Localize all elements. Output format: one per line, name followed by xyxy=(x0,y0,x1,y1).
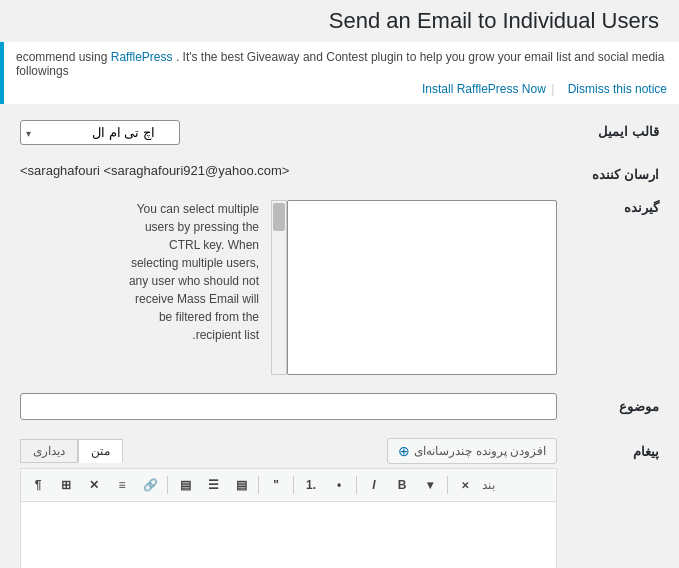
dismiss-notice-link[interactable]: Dismiss this notice xyxy=(568,82,667,96)
paragraph-button[interactable]: ¶ xyxy=(25,473,51,497)
remove-format-button[interactable]: ✕ xyxy=(81,473,107,497)
email-template-label: قالب ایمیل xyxy=(569,120,659,139)
scrollbar[interactable] xyxy=(271,200,287,375)
recipient-row: گیرنده You can select multiple users by … xyxy=(20,200,659,375)
listbox-container xyxy=(271,200,557,375)
notice-actions: Install RafflePress Now | Dismiss this n… xyxy=(16,82,667,96)
align-right-button[interactable]: ▤ xyxy=(172,473,198,497)
toolbar-separator-1 xyxy=(167,476,168,494)
email-template-select-wrapper[interactable]: اچ تی ام ال ▾ xyxy=(20,120,180,145)
page-wrapper: Send an Email to Individual Users ecomme… xyxy=(0,0,679,568)
subject-label: موضوع xyxy=(569,399,659,414)
editor-buttons-bar: ¶ ⊞ ✕ ≡ 🔗 ▤ ☰ ▤ " 1. • I B xyxy=(20,468,557,501)
subject-row: موضوع xyxy=(20,393,659,420)
sender-field: <saraghafouri <saraghafouri921@yahoo.com… xyxy=(20,163,557,178)
tab-visual[interactable]: دیداری xyxy=(20,439,78,463)
add-media-label: افزودن پرونده‌ چندرسانه‌ای xyxy=(414,444,546,458)
notice-text: ecommend using RafflePress . It's the be… xyxy=(16,50,667,78)
notice-prefix: ecommend using xyxy=(16,50,111,64)
list-button[interactable]: ≡ xyxy=(109,473,135,497)
recipient-hint: You can select multiple users by pressin… xyxy=(119,200,259,344)
bold-button[interactable]: B xyxy=(389,473,415,497)
close-label: بند xyxy=(482,478,495,492)
recipient-listbox-wrapper xyxy=(271,200,557,375)
toolbar-separator-4 xyxy=(356,476,357,494)
email-template-field: اچ تی ام ال ▾ xyxy=(20,120,557,145)
more-button[interactable]: ▾ xyxy=(417,473,443,497)
message-label: پیغام xyxy=(569,438,659,459)
unordered-list-button[interactable]: • xyxy=(326,473,352,497)
email-template-row: قالب ایمیل اچ تی ام ال ▾ xyxy=(20,120,659,145)
italic-button[interactable]: I xyxy=(361,473,387,497)
page-title: Send an Email to Individual Users xyxy=(0,0,679,42)
editor-toolbar-top: دیداری متن ⊕ افزودن پرونده‌ چندرسانه‌ای xyxy=(20,438,557,464)
editor-tabs: دیداری متن xyxy=(20,439,123,463)
link-button[interactable]: 🔗 xyxy=(137,473,163,497)
raffle-press-link[interactable]: RafflePress xyxy=(111,50,173,64)
editor-area xyxy=(20,501,557,568)
message-field: دیداری متن ⊕ افزودن پرونده‌ چندرسانه‌ای … xyxy=(20,438,557,568)
table-button[interactable]: ⊞ xyxy=(53,473,79,497)
wordpress-icon: ⊕ xyxy=(398,443,410,459)
close-button[interactable]: ✕ xyxy=(452,473,478,497)
subject-input[interactable] xyxy=(20,393,557,420)
toolbar-separator-2 xyxy=(258,476,259,494)
notice-bar: ecommend using RafflePress . It's the be… xyxy=(0,42,679,104)
sender-label: ارسان کننده xyxy=(569,163,659,182)
install-raffle-press-link[interactable]: Install RafflePress Now xyxy=(422,82,546,96)
ordered-list-button[interactable]: 1. xyxy=(298,473,324,497)
recipient-select[interactable] xyxy=(287,200,557,375)
recipient-label: گیرنده xyxy=(569,200,659,215)
add-media-button[interactable]: ⊕ افزودن پرونده‌ چندرسانه‌ای xyxy=(387,438,557,464)
recipient-field: You can select multiple users by pressin… xyxy=(20,200,557,375)
main-content: قالب ایمیل اچ تی ام ال ▾ ارسان کننده <sa… xyxy=(0,104,679,568)
align-left-button[interactable]: ▤ xyxy=(228,473,254,497)
sender-value: <saraghafouri <saraghafouri921@yahoo.com… xyxy=(20,159,289,178)
toolbar-separator-5 xyxy=(447,476,448,494)
subject-field xyxy=(20,393,557,420)
scrollbar-thumb xyxy=(273,203,285,231)
separator: | xyxy=(551,82,557,96)
toolbar-separator-3 xyxy=(293,476,294,494)
tab-text[interactable]: متن xyxy=(78,439,123,463)
align-center-button[interactable]: ☰ xyxy=(200,473,226,497)
message-textarea[interactable] xyxy=(21,502,556,568)
blockquote-button[interactable]: " xyxy=(263,473,289,497)
sender-row: ارسان کننده <saraghafouri <saraghafouri9… xyxy=(20,163,659,182)
email-template-select[interactable]: اچ تی ام ال xyxy=(20,120,180,145)
message-row: پیغام دیداری متن ⊕ افزودن پرونده‌ چندرسا… xyxy=(20,438,659,568)
